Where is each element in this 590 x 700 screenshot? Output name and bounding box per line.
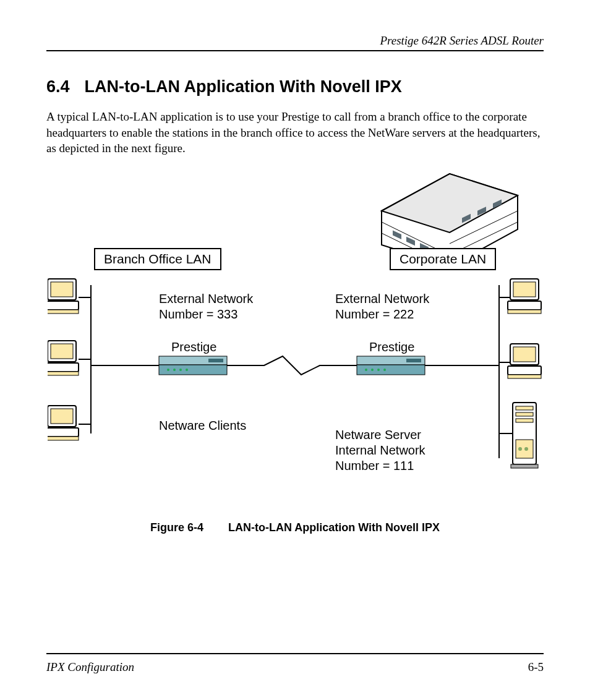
figure-caption: Figure 6-4LAN-to-LAN Application With No… — [46, 521, 544, 534]
diagram-svg — [48, 168, 542, 508]
computer-icon — [508, 344, 541, 378]
router-icon — [357, 356, 425, 375]
section-number: 6.4 — [46, 77, 70, 96]
branch-extnet-label: External Network Number = 333 — [159, 291, 253, 322]
computer-icon — [508, 279, 541, 314]
section-heading: 6.4LAN-to-LAN Application With Novell IP… — [46, 77, 544, 96]
running-header: Prestige 642R Series ADSL Router — [46, 34, 544, 51]
router-icon — [159, 356, 227, 375]
document-page: Prestige 642R Series ADSL Router 6.4LAN-… — [0, 0, 590, 700]
figure-title: LAN-to-LAN Application With Novell IPX — [228, 521, 440, 534]
computer-icon — [48, 279, 79, 314]
section-title: LAN-to-LAN Application With Novell IPX — [85, 77, 402, 96]
netware-server-label: Netware Server Internal Network Number =… — [335, 427, 425, 474]
figure-number: Figure 6-4 — [150, 521, 203, 534]
branch-lan-label: Branch Office LAN — [94, 248, 221, 270]
diagram-figure: Branch Office LAN Corporate LAN External… — [48, 168, 542, 508]
prestige-left-label: Prestige — [171, 339, 216, 355]
footer-page-number: 6-5 — [528, 660, 544, 674]
footer-section: IPX Configuration — [46, 660, 134, 674]
running-title: Prestige 642R Series ADSL Router — [380, 34, 544, 47]
corporate-lan-label: Corporate LAN — [390, 248, 496, 270]
page-footer: IPX Configuration 6-5 — [46, 653, 544, 674]
computer-icon — [48, 341, 79, 375]
computer-icon — [48, 406, 79, 440]
netware-clients-label: Netware Clients — [159, 418, 246, 433]
prestige-right-label: Prestige — [369, 339, 414, 355]
server-icon — [511, 403, 538, 468]
corp-extnet-label: External Network Number = 222 — [335, 291, 429, 322]
body-paragraph: A typical LAN-to-LAN application is to u… — [46, 109, 544, 156]
